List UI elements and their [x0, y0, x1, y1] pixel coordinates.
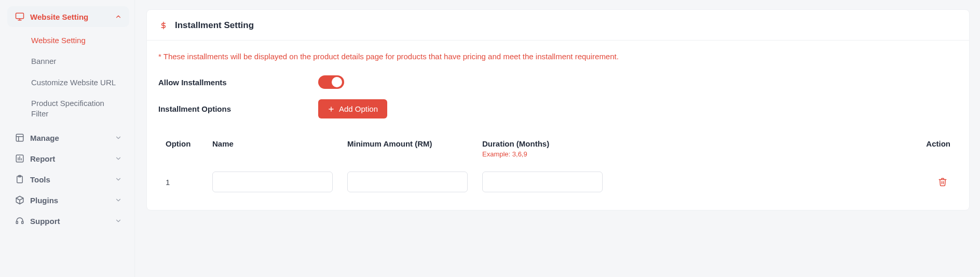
sidebar-item-report[interactable]: Report — [7, 148, 129, 169]
allow-installments-label: Allow Installments — [158, 78, 318, 87]
th-name: Name — [205, 134, 340, 169]
sidebar-item-label: Support — [30, 217, 115, 226]
th-duration: Duration (Months) Example: 3,6,9 — [475, 134, 610, 169]
chevron-up-icon — [115, 13, 122, 20]
dollar-icon — [158, 20, 169, 31]
headset-icon — [15, 216, 25, 226]
chevron-down-icon — [115, 217, 122, 225]
svg-rect-3 — [16, 135, 23, 142]
row-allow-installments: Allow Installments — [147, 65, 969, 89]
sidebar-subitem-banner[interactable]: Banner — [23, 51, 129, 72]
th-duration-example: Example: 3,6,9 — [482, 150, 603, 158]
svg-rect-0 — [16, 13, 24, 19]
sidebar-item-support[interactable]: Support — [7, 210, 129, 231]
table-row: 1 — [158, 169, 958, 194]
row-installment-options: Installment Options Add Option — [147, 89, 969, 118]
th-min-amount: Minimum Amount (RM) — [340, 134, 475, 169]
card-header: Installment Setting — [147, 10, 969, 41]
installment-setting-card: Installment Setting * These installments… — [146, 9, 970, 210]
chevron-down-icon — [115, 196, 122, 204]
th-option: Option — [158, 134, 205, 169]
chevron-down-icon — [115, 155, 122, 162]
clipboard-icon — [15, 174, 25, 184]
sidebar-item-plugins[interactable]: Plugins — [7, 190, 129, 210]
cell-option-number: 1 — [158, 169, 205, 194]
options-table: Option Name Minimum Amount (RM) Duration… — [158, 134, 958, 194]
package-icon — [15, 195, 25, 205]
min-amount-input[interactable] — [347, 172, 468, 192]
chevron-down-icon — [115, 134, 122, 141]
monitor-icon — [15, 11, 25, 22]
options-table-wrap: Option Name Minimum Amount (RM) Duration… — [147, 118, 969, 194]
sidebar-subitem-customize-url[interactable]: Customize Website URL — [23, 72, 129, 93]
plus-icon — [328, 105, 335, 113]
th-duration-label: Duration (Months) — [482, 139, 549, 148]
duration-input[interactable] — [482, 172, 603, 192]
trash-icon — [938, 177, 947, 187]
name-input[interactable] — [212, 172, 333, 192]
add-option-label: Add Option — [339, 104, 378, 113]
sidebar-item-label: Report — [30, 154, 115, 163]
sidebar-item-label: Plugins — [30, 196, 115, 205]
sidebar-item-manage[interactable]: Manage — [7, 127, 129, 148]
th-action: Action — [610, 134, 958, 169]
bar-chart-icon — [15, 153, 25, 164]
add-option-button[interactable]: Add Option — [318, 99, 387, 118]
svg-rect-14 — [22, 221, 23, 224]
sidebar-item-label: Manage — [30, 134, 115, 142]
page-title: Installment Setting — [175, 20, 254, 31]
toggle-knob — [332, 77, 342, 87]
sidebar-item-label: Website Setting — [30, 12, 115, 21]
layout-icon — [15, 133, 25, 143]
info-note: * These installments will be displayed o… — [147, 41, 969, 65]
sidebar: Website Setting Website Setting Banner C… — [0, 0, 135, 277]
sidebar-subitem-website-setting[interactable]: Website Setting — [23, 30, 129, 51]
sidebar-item-label: Tools — [30, 175, 115, 184]
installment-options-label: Installment Options — [158, 104, 318, 113]
chevron-down-icon — [115, 176, 122, 183]
sidebar-item-website-setting[interactable]: Website Setting — [7, 6, 129, 27]
sidebar-subitem-product-spec-filter[interactable]: Product Specification Filter — [23, 93, 129, 125]
allow-installments-toggle[interactable] — [318, 75, 344, 89]
delete-row-button[interactable] — [935, 174, 950, 190]
svg-rect-13 — [16, 221, 18, 224]
submenu-website-setting: Website Setting Banner Customize Website… — [7, 27, 129, 127]
sidebar-item-tools[interactable]: Tools — [7, 169, 129, 190]
main-content: Installment Setting * These installments… — [135, 0, 980, 277]
